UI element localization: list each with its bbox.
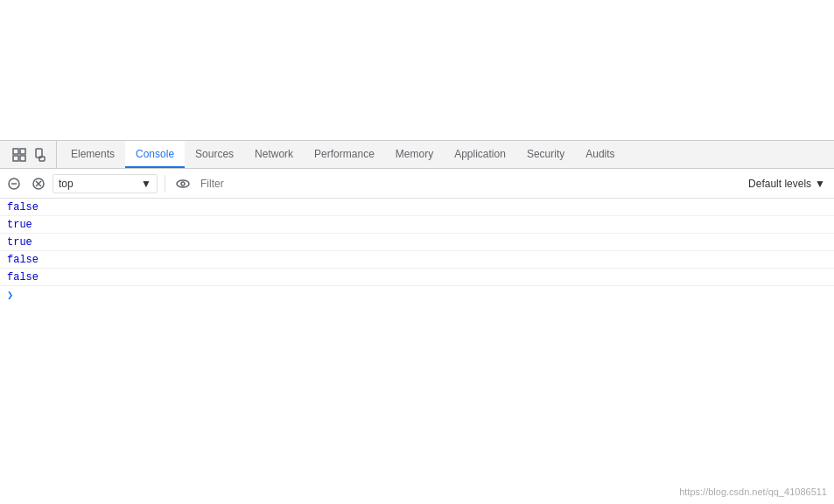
svg-rect-5 [39,157,45,161]
stop-icon[interactable] [28,173,49,194]
console-output: falsetruetruefalsefalse❯ [0,199,834,504]
toolbar-bar: top ▼ Default levels ▼ [0,169,834,199]
tab-security[interactable]: Security [516,141,575,168]
clear-console-icon[interactable] [4,173,25,194]
top-area [0,0,834,140]
tab-sources[interactable]: Sources [185,141,244,168]
console-line: false [0,269,834,286]
context-selector-value: top [59,178,137,190]
tab-network[interactable]: Network [244,141,304,168]
svg-rect-3 [20,156,25,161]
filter-separator [165,175,165,192]
tab-application[interactable]: Application [444,141,516,168]
eye-icon[interactable] [172,173,193,194]
context-selector[interactable]: top ▼ [53,174,158,193]
tab-memory[interactable]: Memory [385,141,444,168]
console-line: false [0,251,834,269]
inspect-element-icon[interactable] [11,146,28,164]
console-line: false [0,199,834,216]
tab-console[interactable]: Console [125,141,185,168]
tab-elements[interactable]: Elements [60,141,125,168]
default-levels-arrow: ▼ [815,178,825,190]
svg-rect-2 [13,156,18,161]
tabs-list: ElementsConsoleSourcesNetworkPerformance… [57,141,626,168]
tab-icons-group [4,141,57,168]
default-levels-label: Default levels [748,178,811,190]
console-line: true [0,216,834,234]
tabs-bar: ElementsConsoleSourcesNetworkPerformance… [0,141,834,169]
watermark: https://blog.csdn.net/qq_41086511 [679,486,827,497]
svg-rect-0 [13,149,18,154]
svg-rect-1 [20,149,25,154]
console-line: true [0,234,834,251]
devtools-panel: ElementsConsoleSourcesNetworkPerformance… [0,140,834,504]
tab-audits[interactable]: Audits [575,141,625,168]
svg-point-12 [177,180,189,187]
svg-point-13 [181,182,185,186]
device-toolbar-icon[interactable] [32,146,49,164]
context-selector-arrow: ▼ [141,178,151,190]
filter-input[interactable] [197,178,739,190]
prompt-chevron: ❯ [7,289,13,302]
default-levels-button[interactable]: Default levels ▼ [743,176,830,192]
tab-performance[interactable]: Performance [304,141,385,168]
console-prompt-line: ❯ [0,286,834,304]
